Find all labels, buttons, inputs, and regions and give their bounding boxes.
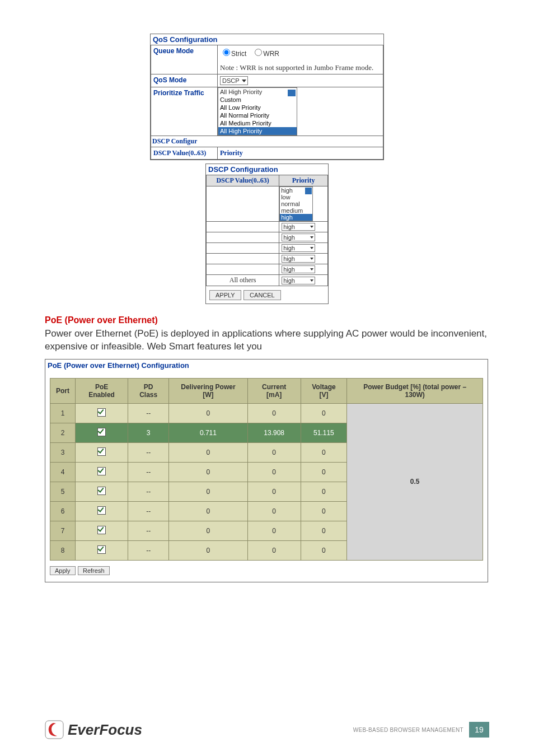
checkbox-icon[interactable] xyxy=(97,408,106,417)
enabled-cell[interactable] xyxy=(76,501,128,521)
priority-select[interactable]: high xyxy=(282,265,315,273)
dscp-all-others: All others xyxy=(207,275,279,286)
checkbox-icon[interactable] xyxy=(97,447,106,456)
poe-h-enabled: PoE Enabled xyxy=(76,378,128,403)
priority-select-open[interactable]: high low normal medium high xyxy=(279,186,313,221)
enabled-cell[interactable] xyxy=(76,482,128,501)
priority-opt-medium[interactable]: medium xyxy=(280,207,312,214)
priority-header: Priority xyxy=(218,147,383,160)
priority-select[interactable]: high xyxy=(282,244,315,252)
dscp-value-header: DSCP Value(0..63) xyxy=(151,147,218,160)
priority-select[interactable]: high xyxy=(282,223,315,231)
power-cell: 0 xyxy=(169,403,248,423)
enabled-cell[interactable] xyxy=(76,403,128,423)
prioritize-option-high[interactable]: All High Priority xyxy=(218,127,297,135)
checkbox-icon[interactable] xyxy=(97,467,106,475)
cancel-button[interactable]: CANCEL xyxy=(243,290,281,300)
dscp-col2: Priority xyxy=(279,175,328,186)
port-cell: 5 xyxy=(50,482,76,501)
dscp-value-input[interactable] xyxy=(207,232,279,243)
pdclass-cell: -- xyxy=(128,482,169,501)
current-cell: 0 xyxy=(247,501,301,521)
voltage-cell: 0 xyxy=(301,540,347,560)
priority-select[interactable]: high xyxy=(282,234,315,241)
current-cell: 0 xyxy=(247,462,301,482)
everfocus-logo: EverFocus xyxy=(45,720,142,739)
power-cell: 0 xyxy=(169,501,248,521)
pdclass-cell: -- xyxy=(128,442,169,462)
voltage-cell: 0 xyxy=(301,521,347,540)
enabled-cell[interactable] xyxy=(76,540,128,560)
apply-button[interactable]: APPLY xyxy=(209,290,241,300)
logo-text: EverFocus xyxy=(68,721,142,739)
dscp-table: DSCP Value(0..63) Priority high low norm… xyxy=(206,175,328,286)
queue-mode-note: Note : WRR is not supported in Jumbo Fra… xyxy=(220,63,373,72)
pdclass-cell: -- xyxy=(128,540,169,560)
table-row: 1--0000.5 xyxy=(50,403,483,423)
prioritize-option-custom[interactable]: Custom xyxy=(218,96,297,104)
checkbox-icon[interactable] xyxy=(97,487,106,495)
dscp-value-input[interactable] xyxy=(207,222,279,232)
qos-config-table: Queue Mode Strict WRR Note : WRR is not … xyxy=(151,45,383,160)
priority-opt-normal[interactable]: normal xyxy=(280,200,312,207)
poe-section-body: Power over Ethernet (PoE) is deployed in… xyxy=(45,328,489,353)
radio-wrr-label: WRR xyxy=(263,50,279,58)
current-cell: 0 xyxy=(247,403,301,423)
dscp-value-input[interactable] xyxy=(207,186,279,222)
port-cell: 6 xyxy=(50,501,76,521)
prioritize-option-low[interactable]: All Low Priority xyxy=(218,104,297,111)
power-cell: 0 xyxy=(169,482,248,501)
dscp-config-panel: DSCP Configuration DSCP Value(0..63) Pri… xyxy=(205,164,329,304)
enabled-cell[interactable] xyxy=(76,423,128,442)
qos-mode-select[interactable]: DSCP xyxy=(220,76,248,85)
dscp-col1: DSCP Value(0..63) xyxy=(207,175,279,186)
voltage-cell: 0 xyxy=(301,501,347,521)
enabled-cell[interactable] xyxy=(76,442,128,462)
power-cell: 0.711 xyxy=(169,423,248,442)
current-cell: 0 xyxy=(247,442,301,462)
priority-select[interactable]: high xyxy=(282,255,315,263)
apply-button[interactable]: Apply xyxy=(50,566,76,575)
current-cell: 0 xyxy=(247,540,301,560)
checkbox-icon[interactable] xyxy=(97,545,106,554)
dscp-value-input[interactable] xyxy=(207,254,279,264)
queue-mode-label: Queue Mode xyxy=(151,45,218,74)
radio-wrr[interactable]: WRR xyxy=(252,50,279,58)
enabled-cell[interactable] xyxy=(76,462,128,482)
enabled-cell[interactable] xyxy=(76,521,128,540)
poe-table: Port PoE Enabled PD Class Delivering Pow… xyxy=(50,378,483,561)
prioritize-option-medium[interactable]: All Medium Priority xyxy=(218,119,297,127)
port-cell: 7 xyxy=(50,521,76,540)
qos-mode-label: QoS Mode xyxy=(151,74,218,87)
power-cell: 0 xyxy=(169,462,248,482)
radio-strict[interactable]: Strict xyxy=(220,50,249,58)
poe-h-budget: Power Budget [%] (total power – 130W) xyxy=(347,378,483,403)
current-cell: 13.908 xyxy=(247,423,301,442)
poe-h-power: Delivering Power [W] xyxy=(169,378,248,403)
checkbox-icon[interactable] xyxy=(97,506,106,515)
dscp-value-input[interactable] xyxy=(207,243,279,254)
prioritize-traffic-select[interactable]: All High Priority Custom All Low Priorit… xyxy=(218,87,297,136)
power-cell: 0 xyxy=(169,442,248,462)
prioritize-selected: All High Priority xyxy=(218,88,297,96)
port-cell: 4 xyxy=(50,462,76,482)
pdclass-cell: 3 xyxy=(128,423,169,442)
current-cell: 0 xyxy=(247,482,301,501)
poe-h-port: Port xyxy=(50,378,76,403)
priority-opt-high[interactable]: high xyxy=(280,214,312,221)
priority-select[interactable]: high xyxy=(282,277,315,284)
refresh-button[interactable]: Refresh xyxy=(78,566,110,575)
dscp-configur-label: DSCP Configur xyxy=(151,136,198,147)
poe-title: PoE (Power over Ethernet) Configuration xyxy=(45,360,488,371)
checkbox-icon[interactable] xyxy=(97,428,106,436)
dscp-value-input[interactable] xyxy=(207,264,279,275)
port-cell: 3 xyxy=(50,442,76,462)
priority-opt-low[interactable]: low xyxy=(280,194,312,200)
poe-config-panel: PoE (Power over Ethernet) Configuration … xyxy=(45,359,488,582)
footer-label: WEB-BASED BROWSER MANAGEMENT xyxy=(353,727,463,733)
port-cell: 8 xyxy=(50,540,76,560)
checkbox-icon[interactable] xyxy=(97,526,106,534)
pdclass-cell: -- xyxy=(128,462,169,482)
prioritize-option-normal[interactable]: All Normal Priority xyxy=(218,111,297,119)
qos-panel-title: QoS Configuration xyxy=(151,34,383,45)
